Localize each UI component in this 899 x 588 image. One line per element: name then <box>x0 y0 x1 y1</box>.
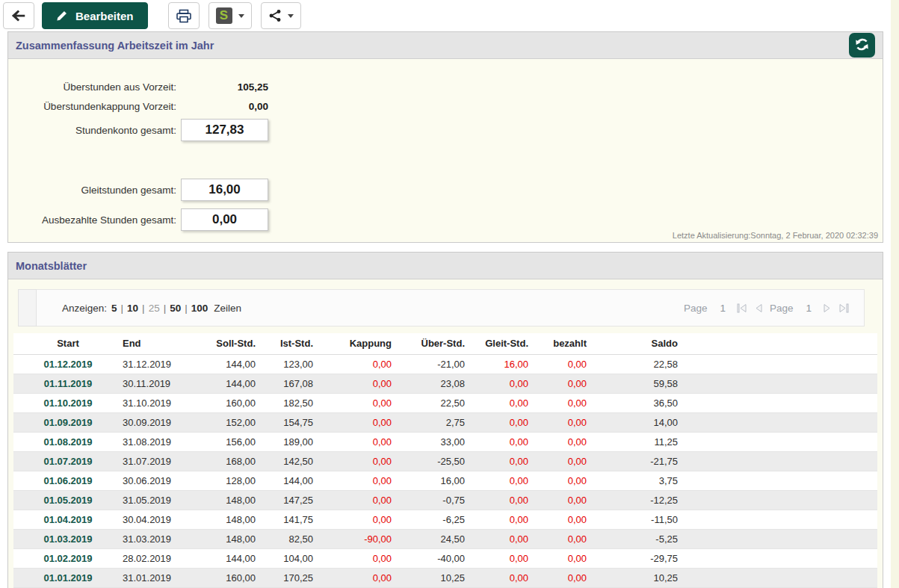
cell-saldo: -29,75 <box>591 548 682 568</box>
rows-per-page-option-50[interactable]: 50 <box>170 303 181 314</box>
first-page-icon[interactable] <box>737 303 747 313</box>
pagination-goto-label: Page <box>770 303 794 314</box>
cell-filler <box>682 451 877 471</box>
table-row: 01.02.201928.02.2019144,00104,000,00-40,… <box>13 548 877 568</box>
cell-end: 31.03.2019 <box>123 529 182 548</box>
last-page-icon[interactable] <box>838 303 849 313</box>
cell-bezahlt: 0,00 <box>533 548 591 568</box>
start-date-link[interactable]: 01.08.2019 <box>13 432 123 451</box>
cell-ueber: -21,00 <box>396 354 469 374</box>
arrow-left-icon <box>10 7 27 24</box>
start-date-link[interactable]: 01.03.2019 <box>13 529 123 548</box>
column-header-ist: Ist-Std. <box>260 333 318 354</box>
stundenkonto-gesamt-field[interactable]: 127,83 <box>181 119 268 141</box>
start-date-link[interactable]: 01.04.2019 <box>13 510 123 529</box>
edit-button[interactable]: Bearbeiten <box>42 2 148 29</box>
back-button[interactable] <box>3 2 34 29</box>
cell-end: 31.05.2019 <box>123 490 182 510</box>
start-date-link[interactable]: 01.09.2019 <box>13 412 123 432</box>
spacer <box>8 143 883 176</box>
monthly-table: Start End Soll-Std. Ist-Std. Kappung Übe… <box>13 333 877 588</box>
cell-soll: 152,00 <box>182 412 260 432</box>
cell-filler <box>682 510 877 529</box>
share-button[interactable] <box>261 2 301 29</box>
refresh-button[interactable] <box>849 33 875 58</box>
table-row: 01.11.201930.11.2019144,00167,080,0023,0… <box>13 374 877 393</box>
cell-gleit: 0,00 <box>469 471 533 490</box>
option-separator: | <box>121 303 124 314</box>
cell-bezahlt: 0,00 <box>533 354 591 374</box>
cell-gleit: 0,00 <box>469 568 533 587</box>
column-header-bezahlt: bezahlt <box>533 333 591 354</box>
rows-per-page-option-5[interactable]: 5 <box>111 303 117 314</box>
monthly-table-body: 01.12.201931.12.2019144,00123,000,00-21,… <box>13 354 877 587</box>
option-separator: | <box>185 303 188 314</box>
cell-soll: 144,00 <box>182 354 260 374</box>
cell-soll: 144,00 <box>182 548 260 568</box>
cell-end: 30.09.2019 <box>123 412 182 432</box>
cell-bezahlt: 0,00 <box>533 510 591 529</box>
monthly-sheets-panel: Monatsblätter Anzeigen: 5|10|25|50|100 Z… <box>7 252 883 588</box>
cell-ist: 104,00 <box>260 548 318 568</box>
start-date-link[interactable]: 01.02.2019 <box>13 548 123 568</box>
rows-per-page-option-10[interactable]: 10 <box>127 303 138 314</box>
start-date-link[interactable]: 01.12.2019 <box>13 354 123 374</box>
grid-toolbar-main: Anzeigen: 5|10|25|50|100 Zeilen Page 1 <box>37 289 865 327</box>
cell-end: 30.04.2019 <box>123 510 182 529</box>
field-ueberstundenkappung-vorzeit: Überstundenkappung Vorzeit: 0,00 <box>8 96 883 116</box>
cell-kappung: 0,00 <box>318 510 396 529</box>
start-date-link[interactable]: 01.10.2019 <box>13 393 123 412</box>
table-row: 01.12.201931.12.2019144,00123,000,00-21,… <box>13 354 877 374</box>
chevron-down-icon <box>288 14 294 21</box>
gleitstunden-gesamt-field[interactable]: 16,00 <box>181 179 268 201</box>
pagination-current-page: 1 <box>720 303 726 314</box>
cell-filler <box>682 374 877 393</box>
table-row: 01.08.201931.08.2019156,00189,000,0033,0… <box>13 432 877 451</box>
start-date-link[interactable]: 01.05.2019 <box>13 490 123 510</box>
cell-kappung: 0,00 <box>318 432 396 451</box>
cell-ueber: -40,00 <box>396 548 469 568</box>
field-label: Ausbezahlte Stunden gesamt: <box>8 214 176 226</box>
column-header-soll: Soll-Std. <box>182 333 260 354</box>
cell-bezahlt: 0,00 <box>533 393 591 412</box>
cell-soll: 148,00 <box>182 510 260 529</box>
field-ueberstunden-vorzeit: Überstunden aus Vorzeit: 105,25 <box>8 77 883 96</box>
last-update-text: Letzte Aktualisierung:Sonntag, 2 Februar… <box>673 231 878 240</box>
cell-kappung: 0,00 <box>318 568 396 587</box>
rows-per-page-suffix: Zeilen <box>214 303 241 314</box>
cell-saldo: 14,00 <box>591 412 682 432</box>
start-date-link[interactable]: 01.11.2019 <box>13 374 123 393</box>
table-row: 01.04.201930.04.2019148,00141,750,00-6,2… <box>13 510 877 529</box>
cell-kappung: 0,00 <box>318 412 396 432</box>
ausbezahlte-stunden-gesamt-field[interactable]: 0,00 <box>181 208 268 231</box>
field-gleitstunden-gesamt: Gleitstunden gesamt: 16,00 <box>8 177 883 202</box>
cell-saldo: 59,58 <box>591 374 682 393</box>
cell-filler <box>682 529 877 548</box>
cell-gleit: 0,00 <box>469 432 533 451</box>
cell-ist: 147,25 <box>260 490 318 510</box>
summary-panel-title: Zusammenfassung Arbeitszeit im Jahr <box>16 40 214 52</box>
start-date-link[interactable]: 01.06.2019 <box>13 471 123 490</box>
print-button[interactable] <box>168 2 200 29</box>
cell-filler <box>682 432 877 451</box>
rows-per-page-options: 5|10|25|50|100 <box>111 303 208 314</box>
prev-page-icon[interactable] <box>754 303 763 313</box>
cell-gleit: 0,00 <box>469 451 533 471</box>
pagination-goto-page[interactable]: 1 <box>806 303 812 314</box>
start-date-link[interactable]: 01.01.2019 <box>13 568 123 587</box>
field-label: Überstunden aus Vorzeit: <box>8 81 176 93</box>
cell-ist: 141,75 <box>260 510 318 529</box>
rows-per-page-option-100[interactable]: 100 <box>191 303 208 314</box>
pagination: Page 1 Page 1 <box>684 303 849 314</box>
s-menu-button[interactable]: S <box>208 2 252 29</box>
cell-ist: 154,75 <box>260 412 318 432</box>
cell-gleit: 16,00 <box>469 354 533 374</box>
page-content: Bearbeiten S <box>0 0 891 588</box>
next-page-icon[interactable] <box>823 303 832 313</box>
chevron-down-icon <box>238 14 244 21</box>
start-date-link[interactable]: 01.07.2019 <box>13 451 123 471</box>
cell-bezahlt: 0,00 <box>533 490 591 510</box>
cell-ueber: -6,25 <box>396 510 469 529</box>
cell-ist: 170,25 <box>260 568 318 587</box>
cell-ist: 189,00 <box>260 432 318 451</box>
